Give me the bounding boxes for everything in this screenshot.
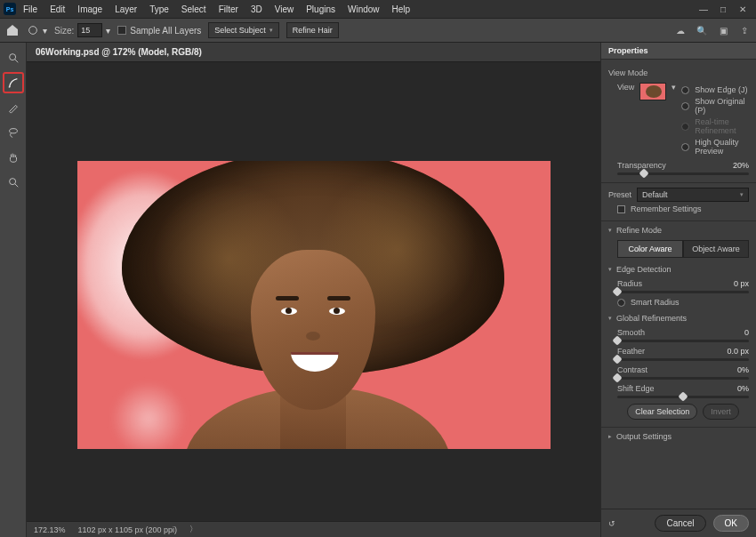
shift-edge-value[interactable]: 0% — [737, 384, 749, 393]
reset-icon[interactable]: ↺ — [608, 519, 623, 528]
smooth-label: Smooth — [617, 328, 645, 337]
remember-settings-checkbox[interactable] — [617, 205, 625, 213]
workspace-icon[interactable]: ▣ — [717, 24, 729, 36]
smooth-value[interactable]: 0 — [744, 328, 749, 337]
artboard — [77, 161, 551, 449]
feather-value[interactable]: 0.0 px — [727, 347, 749, 356]
lasso-tool[interactable] — [4, 123, 23, 142]
color-aware-toggle[interactable]: Color Aware — [617, 240, 683, 258]
quick-select-tool[interactable] — [4, 48, 23, 68]
transparency-slider[interactable] — [617, 172, 749, 175]
invert-button[interactable]: Invert — [703, 404, 739, 420]
zoom-level[interactable]: 172.13% — [34, 525, 66, 534]
menu-select[interactable]: Select — [176, 3, 212, 16]
high-quality-label: High Quality Preview — [695, 138, 749, 156]
canvas-area[interactable] — [27, 62, 600, 521]
chevron-down-icon: ▾ — [269, 27, 273, 34]
global-refinements-section[interactable]: ▾Global Refinements — [608, 314, 749, 323]
chevron-down-icon: ▾ — [43, 26, 47, 36]
options-bar: ▾ Size: ▾ Sample All Layers Select Subje… — [0, 18, 756, 43]
radius-slider[interactable] — [617, 291, 749, 293]
smooth-slider[interactable] — [617, 340, 749, 342]
remember-settings-label: Remember Settings — [631, 204, 702, 213]
menu-type[interactable]: Type — [144, 3, 174, 16]
portrait-image — [77, 161, 551, 449]
menu-help[interactable]: Help — [387, 3, 416, 16]
menu-edit[interactable]: Edit — [44, 3, 70, 16]
status-bar: 172.13% 1102 px x 1105 px (200 ppi) 〉 — [27, 521, 600, 537]
svg-point-2 — [9, 129, 17, 133]
edge-detection-section[interactable]: ▾Edge Detection — [608, 265, 749, 274]
menu-3d[interactable]: 3D — [245, 3, 268, 16]
menu-view[interactable]: View — [269, 3, 300, 16]
feather-slider[interactable] — [617, 358, 749, 361]
shift-edge-slider[interactable] — [617, 396, 749, 398]
search-icon[interactable]: 🔍 — [696, 24, 708, 36]
window-minimize-button[interactable]: — — [697, 4, 710, 14]
chevron-down-icon[interactable]: ▾ — [672, 83, 676, 92]
show-edge-radio[interactable] — [681, 86, 689, 94]
window-maximize-button[interactable]: □ — [717, 4, 729, 14]
transparency-label: Transparency — [617, 161, 666, 170]
refine-edge-brush-tool[interactable] — [4, 73, 23, 92]
contrast-label: Contrast — [617, 365, 647, 374]
preset-label: Preset — [608, 190, 631, 199]
menu-plugins[interactable]: Plugins — [301, 3, 341, 16]
feather-label: Feather — [617, 347, 645, 356]
canvas-column: 06Working.psd @ 172% (Model, RGB/8) — [27, 43, 600, 537]
share-icon[interactable]: ⇪ — [738, 24, 751, 36]
svg-point-3 — [9, 179, 15, 185]
refine-hair-button[interactable]: Refine Hair — [286, 22, 339, 38]
svg-point-0 — [29, 27, 37, 35]
preset-dropdown[interactable]: Default▾ — [637, 188, 749, 202]
select-subject-button[interactable]: Select Subject▾ — [208, 22, 279, 38]
panel-footer: ↺ Cancel OK — [601, 509, 756, 537]
smart-radius-label: Smart Radius — [631, 298, 680, 307]
menu-layer[interactable]: Layer — [109, 3, 142, 16]
view-label: View — [617, 83, 634, 92]
contrast-value[interactable]: 0% — [737, 365, 749, 374]
object-aware-toggle[interactable]: Object Aware — [683, 240, 749, 258]
cancel-button[interactable]: Cancel — [655, 515, 705, 532]
status-more[interactable]: 〉 — [189, 524, 197, 535]
view-mode-thumbnail[interactable] — [639, 83, 666, 100]
realtime-radio — [681, 123, 689, 131]
brush-preview-icon[interactable]: ▾ — [27, 24, 47, 36]
transparency-value[interactable]: 20% — [733, 161, 749, 170]
window-close-button[interactable]: ✕ — [736, 4, 749, 14]
properties-panel: Properties View Mode View ▾ Show Edge (J… — [600, 43, 756, 537]
sample-all-layers-checkbox[interactable] — [117, 26, 126, 35]
radius-label: Radius — [617, 279, 642, 288]
shift-edge-label: Shift Edge — [617, 384, 655, 393]
app-logo: Ps — [4, 3, 16, 15]
cloud-icon[interactable]: ☁ — [674, 24, 687, 36]
menu-bar: Ps File Edit Image Layer Type Select Fil… — [0, 0, 756, 18]
realtime-label: Real-time Refinement — [695, 117, 749, 135]
hand-tool[interactable] — [4, 148, 23, 167]
radius-value[interactable]: 0 px — [734, 279, 749, 288]
tool-strip — [0, 43, 27, 537]
menu-window[interactable]: Window — [342, 3, 385, 16]
menu-file[interactable]: File — [18, 3, 43, 16]
show-edge-label: Show Edge (J) — [695, 85, 747, 94]
show-original-radio[interactable] — [681, 102, 689, 110]
output-settings-section[interactable]: ▸Output Settings — [608, 432, 749, 441]
document-tab[interactable]: 06Working.psd @ 172% (Model, RGB/8) — [27, 43, 600, 62]
clear-selection-button[interactable]: Clear Selection — [627, 404, 697, 420]
zoom-tool[interactable] — [4, 172, 23, 192]
ok-button[interactable]: OK — [713, 515, 749, 532]
high-quality-radio[interactable] — [681, 143, 689, 151]
home-icon[interactable] — [5, 23, 20, 37]
refine-mode-section[interactable]: ▾Refine Mode — [608, 226, 749, 235]
svg-point-1 — [9, 54, 15, 60]
contrast-slider[interactable] — [617, 377, 749, 380]
chevron-down-icon[interactable]: ▾ — [106, 26, 110, 36]
smart-radius-radio[interactable] — [617, 299, 625, 307]
brush-size-input[interactable] — [77, 23, 102, 37]
brush-tool[interactable] — [4, 98, 23, 117]
menu-image[interactable]: Image — [72, 3, 108, 16]
view-mode-section[interactable]: View Mode — [608, 68, 749, 77]
show-original-label: Show Original (P) — [695, 97, 749, 115]
menu-filter[interactable]: Filter — [213, 3, 244, 16]
properties-tab[interactable]: Properties — [601, 43, 756, 60]
